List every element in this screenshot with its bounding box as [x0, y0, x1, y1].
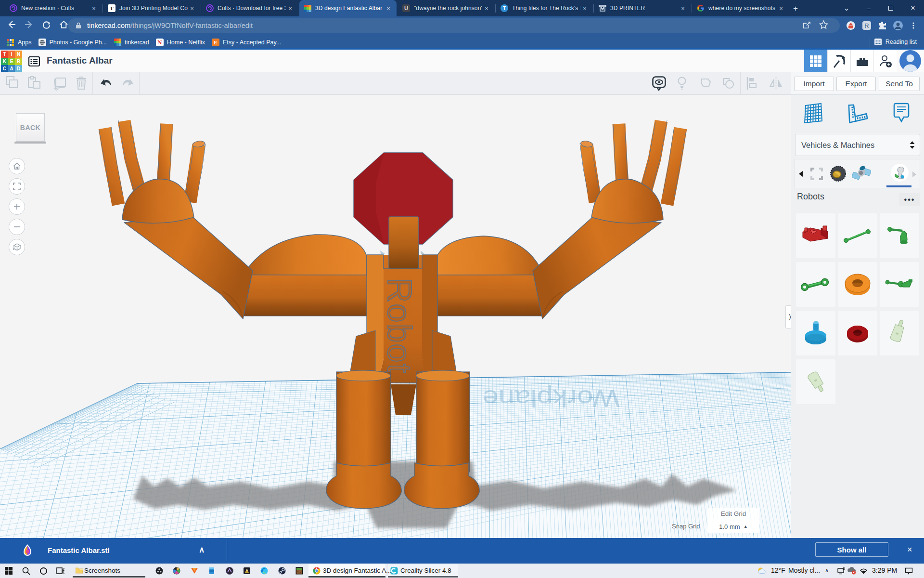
svg-text:R: R: [864, 22, 869, 29]
svg-text:Workplane: Workplane: [482, 385, 620, 412]
svg-text:Robot: Robot: [381, 278, 419, 374]
